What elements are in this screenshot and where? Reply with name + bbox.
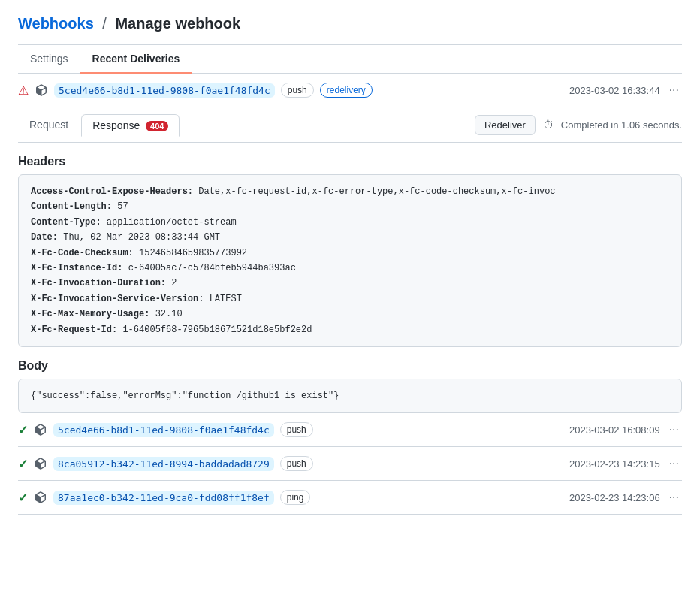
- breadcrumb-link[interactable]: Webhooks: [18, 15, 94, 32]
- event-badge: push: [280, 422, 313, 437]
- headers-box: Access-Control-Expose-Headers: Date,x-fc…: [18, 174, 682, 347]
- header-key: X-Fc-Invocation-Service-Version:: [31, 294, 210, 304]
- subtab-request[interactable]: Request: [18, 113, 80, 136]
- header-value: 2: [171, 278, 177, 288]
- cube-icon: [34, 457, 47, 470]
- status-badge-404: 404: [146, 121, 168, 131]
- body-content: {"success":false,"errorMsg":"function /g…: [31, 391, 339, 401]
- header-value: Thu, 02 Mar 2023 08:33:44 GMT: [63, 232, 220, 243]
- header-key: Access-Control-Expose-Headers:: [31, 186, 198, 197]
- check-icon: ✓: [18, 491, 28, 505]
- subtab-response[interactable]: Response 404: [81, 114, 180, 137]
- tab-settings[interactable]: Settings: [18, 45, 80, 74]
- cube-icon: [34, 491, 47, 504]
- header-key: Date:: [31, 232, 63, 243]
- delivery-id: 8ca05912-b342-11ed-8994-baddadad8729: [53, 457, 274, 471]
- header-line: Date: Thu, 02 Mar 2023 08:33:44 GMT: [31, 230, 669, 245]
- header-key: X-Fc-Code-Checksum:: [31, 248, 139, 258]
- delivery-list-row[interactable]: ✓ 8ca05912-b342-11ed-8994-baddadad8729 p…: [18, 447, 682, 481]
- headers-section-title: Headers: [18, 155, 682, 168]
- delivery-time: 2023-03-02 16:08:09: [569, 424, 660, 436]
- header-value: 1-64005f68-7965b18671521d18e5bf2e2d: [122, 325, 312, 335]
- header-value: c-64005ac7-c5784bfeb5944ba393ac: [128, 263, 296, 273]
- cube-icon: [35, 83, 48, 97]
- header-value: 15246584659835773992: [139, 248, 247, 258]
- active-delivery-row: ⚠ 5ced4e66-b8d1-11ed-9808-f0ae1f48fd4c p…: [18, 74, 682, 107]
- redelivery-badge[interactable]: redelivery: [320, 83, 373, 98]
- delivery-time: 2023-02-23 14:23:15: [569, 458, 660, 470]
- breadcrumb-current: Manage webhook: [115, 15, 240, 32]
- header-key: Content-Type:: [31, 217, 107, 228]
- active-delivery-more-button[interactable]: ···: [666, 83, 682, 97]
- header-line: X-Fc-Instance-Id: c-64005ac7-c5784bfeb59…: [31, 261, 669, 276]
- delivery-list-row[interactable]: ✓ 87aa1ec0-b342-11ed-9ca0-fdd08ff1f8ef p…: [18, 481, 682, 515]
- delivery-list: ✓ 5ced4e66-b8d1-11ed-9808-f0ae1f48fd4c p…: [18, 413, 682, 515]
- delivery-id: 87aa1ec0-b342-11ed-9ca0-fdd08ff1f8ef: [53, 491, 274, 505]
- redeliver-area: Redeliver ⏱ Completed in 1.06 seconds.: [475, 115, 682, 135]
- body-section-title: Body: [18, 359, 682, 373]
- check-icon: ✓: [18, 423, 28, 437]
- header-key: Content-Length:: [31, 201, 117, 212]
- delivery-list-row[interactable]: ✓ 5ced4e66-b8d1-11ed-9808-f0ae1f48fd4c p…: [18, 413, 682, 447]
- header-value: Date,x-fc-request-id,x-fc-error-type,x-f…: [198, 186, 555, 197]
- header-key: X-Fc-Request-Id:: [31, 325, 122, 335]
- header-line: X-Fc-Invocation-Service-Version: LATEST: [31, 291, 669, 307]
- active-delivery-id: 5ced4e66-b8d1-11ed-9808-f0ae1f48fd4c: [54, 83, 275, 98]
- clock-icon: ⏱: [543, 119, 554, 131]
- header-line: Access-Control-Expose-Headers: Date,x-fc…: [31, 184, 669, 199]
- header-line: X-Fc-Invocation-Duration: 2: [31, 276, 669, 291]
- breadcrumb-separator: /: [102, 15, 107, 32]
- tab-recent-deliveries[interactable]: Recent Deliveries: [80, 45, 192, 74]
- header-line: X-Fc-Code-Checksum: 15246584659835773992: [31, 246, 669, 261]
- warning-icon: ⚠: [18, 83, 29, 98]
- header-value: 57: [117, 201, 128, 212]
- active-delivery-time: 2023-03-02 16:33:44: [569, 85, 660, 96]
- header-line: X-Fc-Max-Memory-Usage: 32.10: [31, 307, 669, 322]
- header-value: 32.10: [155, 309, 183, 319]
- event-badge: push: [281, 83, 314, 98]
- header-line: Content-Type: application/octet-stream: [31, 215, 669, 230]
- event-badge: push: [280, 456, 313, 471]
- delivery-more-button[interactable]: ···: [666, 491, 682, 504]
- redeliver-button[interactable]: Redeliver: [475, 115, 536, 135]
- header-value: LATEST: [210, 294, 242, 304]
- header-key: X-Fc-Max-Memory-Usage:: [31, 309, 155, 319]
- header-key: X-Fc-Instance-Id:: [31, 263, 128, 273]
- header-value: application/octet-stream: [107, 217, 237, 228]
- event-badge: ping: [280, 490, 311, 505]
- header-line: X-Fc-Request-Id: 1-64005f68-7965b1867152…: [31, 322, 669, 337]
- delivery-time: 2023-02-23 14:23:06: [569, 492, 660, 503]
- cube-icon: [34, 423, 47, 436]
- page-container: Webhooks / Manage webhook Settings Recen…: [0, 0, 700, 598]
- header-line: Content-Length: 57: [31, 199, 669, 214]
- delivery-id: 5ced4e66-b8d1-11ed-9808-f0ae1f48fd4c: [53, 423, 274, 437]
- delivery-more-button[interactable]: ···: [666, 457, 682, 470]
- completed-text: Completed in 1.06 seconds.: [561, 119, 682, 131]
- main-tabs: Settings Recent Deliveries: [18, 45, 682, 74]
- breadcrumb: Webhooks / Manage webhook: [18, 15, 682, 32]
- subtabs-row: Request Response 404 Redeliver ⏱ Complet…: [18, 107, 682, 143]
- body-box: {"success":false,"errorMsg":"function /g…: [18, 379, 682, 413]
- check-icon: ✓: [18, 457, 28, 471]
- delivery-more-button[interactable]: ···: [666, 423, 682, 436]
- header-key: X-Fc-Invocation-Duration:: [31, 278, 171, 288]
